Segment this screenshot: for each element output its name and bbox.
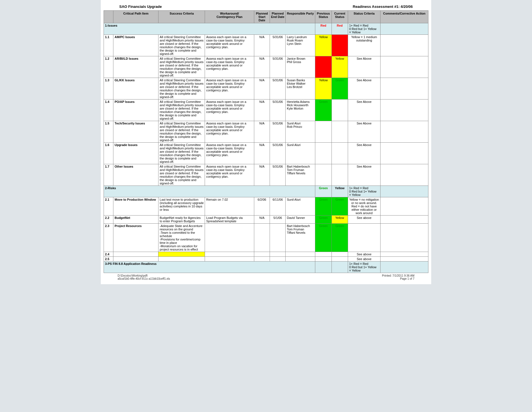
cell	[332, 261, 348, 273]
cell	[332, 252, 348, 257]
cell: 5/31/06	[270, 78, 286, 99]
cell: Move to Production Window	[113, 197, 158, 216]
assessment-table: Critical Path ItemSuccess CriteriaWorkar…	[104, 10, 428, 273]
cell: All critical Steering Committee and High…	[158, 78, 205, 99]
cell: Other Issues	[113, 164, 158, 186]
cell: All critical Steering Committee and High…	[158, 35, 205, 56]
cell: Yellow = 1 medium outstanding	[348, 35, 380, 56]
cell	[270, 257, 286, 261]
table-row: 1.6Upgrade IssuesAll critical Steering C…	[104, 143, 428, 164]
cell: Tech/Security Issues	[113, 121, 158, 143]
cell	[380, 216, 428, 224]
table-row: 2.5See above	[104, 257, 428, 261]
cell	[315, 121, 332, 143]
cell	[158, 257, 205, 261]
cell: Assess each open issue on a case-by-case…	[205, 143, 254, 164]
cell	[380, 197, 428, 216]
cell: N/A	[254, 216, 270, 224]
cell	[254, 224, 270, 252]
cell: See above	[348, 216, 380, 224]
cell: 2.5	[104, 257, 113, 261]
cell	[380, 224, 428, 252]
cell: Red	[315, 23, 332, 35]
cell: -Adequate State and Accenture resources …	[158, 224, 205, 252]
table-row: 2.1Move to Production WindowLast test mo…	[104, 197, 428, 216]
cell: Henrietta Adams Rick Housworth Kyle Mort…	[286, 99, 315, 121]
cell: Assess each open issue on a case-by-case…	[205, 78, 254, 99]
col-header: Critical Path Item	[113, 11, 158, 23]
footer-print: Printed: 7/1/2011 9:36 AM Page 1 of 7	[382, 274, 414, 280]
cell: Last test move to production (including …	[158, 197, 205, 216]
footer-path: D:\Docstoc\Working\pdf\ a5caf1b0-4ffe-40…	[118, 274, 170, 280]
cell	[315, 261, 332, 273]
cell: Sunil Aluri Rob Prinzo	[286, 121, 315, 143]
col-header	[104, 11, 113, 23]
col-header: Status Criteria	[348, 11, 380, 23]
cell: GL/KK Issues	[113, 78, 158, 99]
cell: 2.1	[104, 197, 113, 216]
cell	[286, 252, 315, 257]
cell: See Above	[348, 121, 380, 143]
cell: Assess each open issue on a case-by-case…	[205, 35, 254, 56]
cell: Green	[332, 197, 348, 216]
cell: 1.3	[104, 78, 113, 99]
cell: Green	[315, 224, 332, 252]
cell	[270, 252, 286, 257]
cell: Sunil Aluri	[286, 197, 315, 216]
cell: 1.6	[104, 143, 113, 164]
cell: 2-Risks	[104, 186, 315, 197]
col-header: Responsible Party	[286, 11, 315, 23]
cell: 1.2	[104, 56, 113, 78]
cell: N/A	[254, 143, 270, 164]
cell: N/A	[254, 78, 270, 99]
col-header: Planned End Date	[270, 11, 286, 23]
cell: Load Program Budgets via Spreadsheet tem…	[205, 216, 254, 224]
cell: See Above	[348, 99, 380, 121]
table-row: 1.3GL/KK IssuesAll critical Steering Com…	[104, 78, 428, 99]
cell: Assess each open issue on a case-by-case…	[205, 121, 254, 143]
cell: BudgetNet	[113, 216, 158, 224]
cell: 5/31/06	[270, 143, 286, 164]
cell: 6/2/06	[254, 197, 270, 216]
cell: 3-PS FIN 8.8 Application Readiness	[104, 261, 315, 273]
table-row: 2.3Project Resources-Adequate State and …	[104, 224, 428, 252]
cell: Red	[332, 35, 348, 56]
cell: 1.5	[104, 121, 113, 143]
cell: All critical Steering Committee and High…	[158, 164, 205, 186]
table-header: Critical Path ItemSuccess CriteriaWorkar…	[104, 11, 428, 23]
cell: Yellow	[315, 35, 332, 56]
cell	[380, 99, 428, 121]
cell: Janice Brown Phil Gross	[286, 56, 315, 78]
cell	[315, 257, 332, 261]
cell	[315, 252, 332, 257]
cell	[380, 78, 428, 99]
section-row: 3-PS FIN 8.8 Application Readiness1+ Red…	[104, 261, 428, 273]
cell: AR/BI/LD Issues	[113, 56, 158, 78]
cell	[158, 252, 205, 257]
cell: 2.3	[104, 224, 113, 252]
cell	[380, 252, 428, 257]
cell: Yellow	[315, 78, 332, 99]
col-header: Previous Status	[315, 11, 332, 23]
cell	[332, 121, 348, 143]
cell: All critical Steering Committee and High…	[158, 121, 205, 143]
cell: David Tanner	[286, 216, 315, 224]
cell	[380, 164, 428, 186]
section-row: 2-RisksGreenYellow1+ Red = Red 0 Red but…	[104, 186, 428, 197]
cell: Upgrade Issues	[113, 143, 158, 164]
cell: 2.2	[104, 216, 113, 224]
cell: Larry Landrum Rusk Roam Lynn Stein	[286, 35, 315, 56]
cell: AM/PC Issues	[113, 35, 158, 56]
cell: See above	[348, 257, 380, 261]
cell: See Above	[348, 56, 380, 78]
cell: All critical Steering Committee and High…	[158, 143, 205, 164]
col-header: Planned Start Date	[254, 11, 270, 23]
cell: 2.4	[104, 252, 113, 257]
cell	[380, 261, 428, 273]
cell: 1+ Red = Red 0 Red but 1+ Yellow = Yello…	[348, 23, 380, 35]
cell: 1+ Red = Red 0 Red but 1+ Yellow = Yello…	[348, 186, 380, 197]
title-left: SAO Financials Upgrade	[119, 4, 162, 9]
cell: See Above	[348, 143, 380, 164]
cell: Assess each open issue on a case-by-case…	[205, 56, 254, 78]
cell	[380, 35, 428, 56]
